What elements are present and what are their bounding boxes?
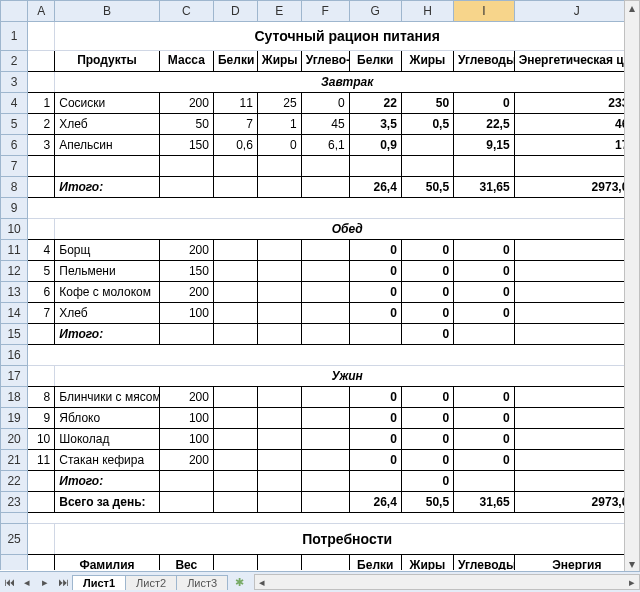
cell[interactable]: 0 [514,429,624,450]
col-header-B[interactable]: B [55,1,159,22]
cell[interactable]: 0 [514,450,624,471]
row-header[interactable]: 21 [1,450,28,471]
scroll-right-icon[interactable]: ▸ [625,576,639,589]
cell[interactable]: 0 [514,282,624,303]
cell[interactable]: 0 [514,240,624,261]
cell[interactable]: 0 [257,135,301,156]
cell[interactable]: 9 [28,408,55,429]
cell[interactable]: 100 [159,408,213,429]
cell[interactable] [401,135,453,156]
cell[interactable]: 200 [159,387,213,408]
cell[interactable]: 0 [349,429,401,450]
cell[interactable]: 0,6 [213,135,257,156]
row-header[interactable]: 17 [1,366,28,387]
cell[interactable]: Пельмени [55,261,159,282]
cell[interactable]: 4 [28,240,55,261]
row-header[interactable]: 13 [1,282,28,303]
cell[interactable]: 150 [159,261,213,282]
row-header[interactable]: 8 [1,177,28,198]
cell[interactable] [349,471,401,492]
cell[interactable]: Блинчики с мясом [55,387,159,408]
cell[interactable] [454,471,515,492]
row-header[interactable]: 7 [1,156,28,177]
cell[interactable]: 200 [159,93,213,114]
col-header-J[interactable]: J [514,1,624,22]
tab-first-icon[interactable]: ⏮ [1,574,17,590]
row-header[interactable]: 2 [1,51,28,72]
row-header[interactable]: 6 [1,135,28,156]
cell[interactable]: 200 [159,240,213,261]
cell[interactable]: 8 [28,387,55,408]
col-header-C[interactable]: C [159,1,213,22]
cell[interactable]: 0 [401,450,453,471]
cell[interactable]: 0 [401,387,453,408]
cell[interactable]: 0 [349,408,401,429]
cell[interactable]: 22,5 [454,114,515,135]
cell[interactable]: 0 [401,261,453,282]
cell[interactable] [454,324,515,345]
row-header[interactable]: 4 [1,93,28,114]
sheet-tab-3[interactable]: Лист3 [176,575,228,590]
row-header[interactable]: 3 [1,72,28,93]
cell[interactable]: 50,5 [401,177,453,198]
cell[interactable]: Хлеб [55,114,159,135]
cell[interactable]: Яблоко [55,408,159,429]
spreadsheet-grid[interactable]: A B C D E F G H I J 1 Суточный рацион пи… [0,0,624,570]
cell[interactable]: 2973,01 [514,492,624,513]
row-header[interactable]: 19 [1,408,28,429]
col-header-F[interactable]: F [301,1,349,22]
cell[interactable]: 0 [454,429,515,450]
cell[interactable]: 26,4 [349,492,401,513]
cell[interactable]: 0 [401,471,453,492]
cell[interactable] [514,471,624,492]
cell[interactable]: 31,65 [454,492,515,513]
tab-last-icon[interactable]: ⏭ [55,574,71,590]
row-header[interactable]: 20 [1,429,28,450]
cell[interactable]: 6 [28,282,55,303]
sheet-tab-2[interactable]: Лист2 [125,575,177,590]
col-header-E[interactable]: E [257,1,301,22]
scroll-down-icon[interactable]: ▾ [625,557,639,571]
cell[interactable]: 0 [349,387,401,408]
cell[interactable]: 1 [28,93,55,114]
cell[interactable]: Борщ [55,240,159,261]
col-header-D[interactable]: D [213,1,257,22]
cell[interactable]: 0 [454,408,515,429]
cell[interactable]: 50,5 [401,492,453,513]
cell[interactable]: 467 [514,114,624,135]
row-header[interactable]: 23 [1,492,28,513]
cell[interactable]: 100 [159,303,213,324]
row-header[interactable]: 5 [1,114,28,135]
cell[interactable]: Шоколад [55,429,159,450]
cell[interactable]: 9,15 [454,135,515,156]
row-header[interactable]: 16 [1,345,28,366]
row-header[interactable]: 11 [1,240,28,261]
cell[interactable]: 0 [454,261,515,282]
cell[interactable]: 50 [159,114,213,135]
vertical-scrollbar[interactable]: ▴ ▾ [624,0,640,572]
cell[interactable]: 0 [514,261,624,282]
cell[interactable]: 5 [28,261,55,282]
row-header[interactable]: 1 [1,22,28,51]
cell[interactable]: 26,4 [349,177,401,198]
tab-prev-icon[interactable]: ◂ [19,574,35,590]
cell[interactable]: 2973,01 [514,177,624,198]
col-header-G[interactable]: G [349,1,401,22]
cell[interactable]: 0 [514,387,624,408]
cell[interactable]: 173 [514,135,624,156]
col-header-H[interactable]: H [401,1,453,22]
cell[interactable]: Хлеб [55,303,159,324]
cell[interactable]: 0 [454,387,515,408]
select-all-corner[interactable] [1,1,28,22]
row-header[interactable]: 12 [1,261,28,282]
row-header[interactable]: 18 [1,387,28,408]
cell[interactable]: 11 [213,93,257,114]
cell[interactable]: 25 [257,93,301,114]
cell[interactable]: 7 [213,114,257,135]
row-header[interactable]: 25 [1,524,28,555]
cell[interactable]: 0 [454,93,515,114]
cell[interactable]: 100 [159,429,213,450]
cell[interactable]: 0 [401,282,453,303]
row-header[interactable]: 15 [1,324,28,345]
cell[interactable]: Стакан кефира [55,450,159,471]
